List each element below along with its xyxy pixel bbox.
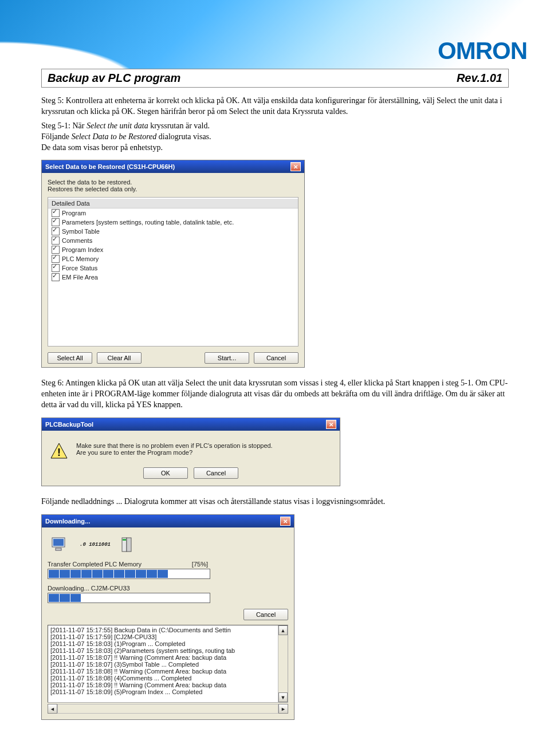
start-button[interactable]: Start... — [205, 352, 249, 364]
dialog-titlebar: Select Data to be Restored (CS1H-CPU66H)… — [42, 160, 304, 173]
confirm-message: Make sure that there is no problem even … — [76, 442, 273, 456]
dialog-downloading: Downloading... ✕ .0 1011001 Transfer Com… — [41, 514, 294, 720]
computer-icon — [51, 537, 69, 553]
progress-bar-2 — [48, 593, 210, 603]
paragraph-download-note: Följande nedladdnings ... Dialogruta kom… — [41, 497, 509, 507]
dialog-desc: Select the data to be restored. Restores… — [48, 179, 298, 192]
scroll-right-icon[interactable]: ► — [278, 704, 288, 714]
paragraph-step6: Steg 6: Antingen klicka på OK utan att v… — [41, 378, 509, 411]
document-title-bar: Backup av PLC program Rev.1.01 — [41, 69, 509, 88]
svg-rect-3 — [53, 539, 64, 546]
title-left: Backup av PLC program — [48, 72, 180, 85]
brand-logo: OMRON — [438, 37, 527, 65]
dialog-titlebar: PLCBackupTool ✕ — [42, 418, 340, 431]
checkbox-icon[interactable] — [52, 209, 60, 217]
dialog-title-text: Select Data to be Restored (CS1H-CPU66H) — [45, 163, 175, 170]
close-icon[interactable]: ✕ — [280, 517, 290, 526]
checklist-box: Detailed Data Program Parameters [system… — [48, 197, 298, 346]
checklist-item[interactable]: Comments — [48, 236, 298, 245]
svg-text:!: ! — [57, 447, 61, 458]
binary-label: .0 1011001 — [80, 542, 111, 548]
scroll-down-icon[interactable]: ▼ — [278, 692, 288, 702]
warning-icon: ! — [50, 442, 68, 460]
checklist-item[interactable]: PLC Memory — [48, 254, 298, 263]
clear-all-button[interactable]: Clear All — [97, 352, 142, 364]
paragraph-step5-1a: Steg 5-1: När Select the unit data kryss… — [41, 121, 509, 153]
dialog-select-restore: Select Data to be Restored (CS1H-CPU66H)… — [41, 160, 305, 368]
checkbox-icon[interactable] — [52, 264, 60, 272]
dialog-title-text: Downloading... — [45, 518, 90, 525]
progress-pct-1: [75%] — [192, 561, 208, 568]
progress-label-2: Downloading... CJ2M-CPU33 — [48, 585, 130, 592]
title-right: Rev.1.01 — [457, 72, 502, 85]
checkbox-icon[interactable] — [52, 273, 60, 281]
checkbox-icon[interactable] — [52, 246, 60, 254]
checklist-item[interactable]: Program Index — [48, 245, 298, 254]
close-icon[interactable]: ✕ — [326, 420, 336, 429]
scroll-up-icon[interactable]: ▲ — [278, 625, 288, 635]
checklist-item[interactable]: Parameters [system settings, routing tab… — [48, 218, 298, 227]
cancel-button[interactable]: Cancel — [194, 467, 238, 479]
scrollbar[interactable]: ▲ ▼ — [278, 625, 288, 702]
progress-label-1: Transfer Completed PLC Memory — [48, 561, 142, 568]
select-all-button[interactable]: Select All — [48, 352, 92, 364]
svg-rect-4 — [56, 548, 61, 550]
log-area: [2011-11-07 15:17:55] Backup Data in (C:… — [48, 625, 288, 703]
progress-bar-1 — [48, 569, 210, 579]
checklist-item[interactable]: Symbol Table — [48, 227, 298, 236]
checkbox-icon[interactable] — [52, 237, 60, 245]
svg-rect-7 — [123, 539, 126, 541]
checklist-header: Detailed Data — [48, 199, 298, 208]
svg-rect-6 — [127, 538, 131, 552]
dialog-confirm: PLCBackupTool ✕ ! Make sure that there i… — [41, 418, 340, 486]
dialog-titlebar: Downloading... ✕ — [42, 515, 294, 527]
checklist-item[interactable]: Force Status — [48, 263, 298, 273]
paragraph-step5: Steg 5: Kontrollera att enheterna är kor… — [41, 96, 509, 117]
ok-button[interactable]: OK — [143, 467, 188, 479]
checklist-item[interactable]: EM File Area — [48, 273, 298, 282]
close-icon[interactable]: ✕ — [290, 162, 301, 171]
dialog-title-text: PLCBackupTool — [45, 421, 93, 428]
checklist-item[interactable]: Program — [48, 208, 298, 218]
checkbox-icon[interactable] — [52, 227, 60, 235]
scroll-left-icon[interactable]: ◄ — [48, 704, 57, 714]
plc-icon — [121, 537, 135, 553]
cancel-button[interactable]: Cancel — [254, 352, 298, 364]
checkbox-icon[interactable] — [52, 218, 60, 226]
cancel-button[interactable]: Cancel — [243, 609, 288, 620]
checkbox-icon[interactable] — [52, 255, 60, 263]
